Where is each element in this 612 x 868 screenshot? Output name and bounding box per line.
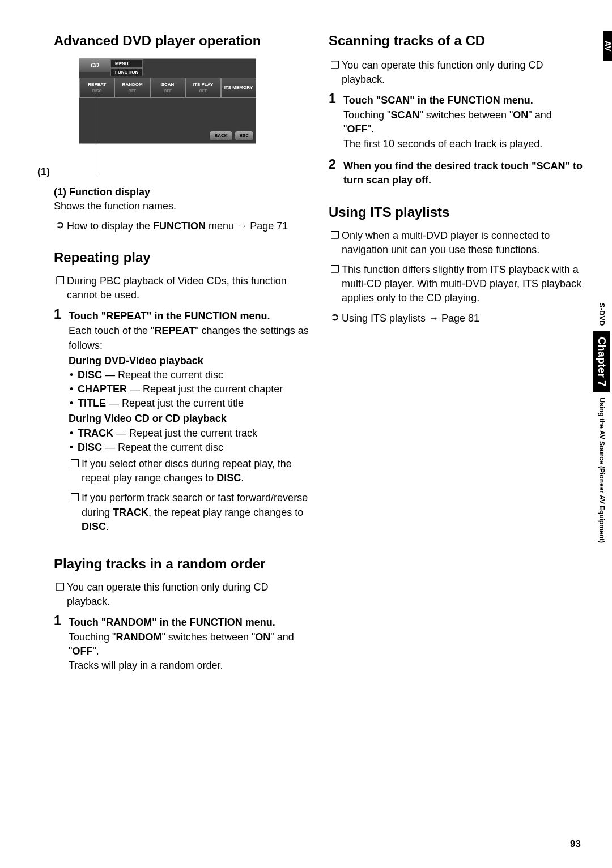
step-1-num: 1 bbox=[54, 614, 69, 673]
step-random-text: Touching "RANDOM" switches between "ON" … bbox=[69, 630, 309, 659]
caption-text: Shows the function names. bbox=[54, 199, 309, 213]
fig-menu: MENU bbox=[110, 59, 143, 68]
step-1-text: Each touch of the "REPEAT" changes the s… bbox=[69, 324, 309, 352]
fig-btn-itsmem: ITS MEMORY bbox=[221, 78, 256, 98]
step-random-text2: Tracks will play in a random order. bbox=[69, 659, 309, 673]
note-icon: ❐ bbox=[70, 457, 82, 485]
callout-1-label: (1) bbox=[37, 165, 50, 179]
note-cdonly: You can operate this function only durin… bbox=[67, 580, 309, 609]
note-otherdisc: If you select other discs during repeat … bbox=[82, 457, 309, 485]
fig-btn-scan: SCANOFF bbox=[150, 78, 185, 98]
bullet-chapter: CHAPTER — Repeat just the current chapte… bbox=[78, 382, 283, 396]
note-icon: ❐ bbox=[330, 58, 342, 87]
step-scan-head: Touch "SCAN" in the FUNCTION menu. bbox=[343, 93, 584, 108]
figure-screenshot: CD MENU FUNCTION REPEATDISC RANDOMOFF SC… bbox=[79, 58, 256, 144]
crossref-icon: ➲ bbox=[56, 219, 67, 233]
caption-head: (1) Function display bbox=[54, 185, 309, 199]
fig-esc: ESC bbox=[235, 131, 254, 140]
fig-btn-random: RANDOMOFF bbox=[114, 78, 150, 98]
callout-line bbox=[96, 93, 96, 174]
note-multidvd: Only when a multi-DVD player is connecte… bbox=[342, 229, 584, 257]
bullet-disc2: DISC — Repeat the current disc bbox=[78, 441, 223, 455]
fig-back: BACK bbox=[209, 131, 232, 140]
heading-its: Using ITS playlists bbox=[329, 203, 584, 222]
note-pbc: During PBC playback of Video CDs, this f… bbox=[67, 274, 309, 302]
note-icon: ❐ bbox=[330, 263, 342, 306]
page-number: 93 bbox=[570, 837, 581, 851]
note-icon: ❐ bbox=[330, 229, 342, 257]
subhead-dvd: During DVD-Video playback bbox=[69, 354, 309, 368]
step-1-num: 1 bbox=[54, 308, 69, 540]
note-tracksearch: If you perform track search or fast forw… bbox=[82, 491, 309, 534]
sidebar: AV S-DVD Chapter 7 Using the AV Source (… bbox=[597, 31, 612, 779]
step-2-num: 2 bbox=[329, 158, 343, 188]
step-1-head: Touch "REPEAT" in the FUNCTION menu. bbox=[69, 309, 309, 323]
heading-repeating: Repeating play bbox=[54, 248, 309, 267]
fig-btn-itsplay: ITS PLAYOFF bbox=[185, 78, 220, 98]
subhead-vcd: During Video CD or CD playback bbox=[69, 412, 309, 426]
step-scan-text: Touching "SCAN" switches between "ON" an… bbox=[343, 108, 584, 136]
fig-function: FUNCTION bbox=[110, 68, 143, 76]
bullet-track: TRACK — Repeat just the current track bbox=[78, 426, 257, 441]
fig-cd-label: CD bbox=[79, 59, 110, 72]
side-text: S-DVD Chapter 7 Using the AV Source (Pio… bbox=[593, 303, 610, 543]
heading-random: Playing tracks in a random order bbox=[54, 554, 309, 574]
note-cdonly2: You can operate this function only durin… bbox=[342, 58, 584, 87]
step-random-head: Touch "RANDOM" in the FUNCTION menu. bbox=[69, 615, 309, 630]
crossref-text: How to display the FUNCTION menu → Page … bbox=[67, 219, 309, 233]
note-icon: ❐ bbox=[56, 274, 67, 302]
fig-btn-repeat: REPEATDISC bbox=[79, 78, 114, 98]
heading-scanning: Scanning tracks of a CD bbox=[329, 31, 584, 50]
bullet-title: TITLE — Repeat just the current title bbox=[78, 396, 244, 411]
tab-av: AV bbox=[603, 31, 612, 61]
crossref-its: Using ITS playlists → Page 81 bbox=[342, 311, 584, 326]
bullet-disc: DISC — Repeat the current disc bbox=[78, 368, 223, 382]
step-1-num: 1 bbox=[329, 92, 343, 151]
note-itsdiff: This function differs slightly from ITS … bbox=[342, 263, 584, 306]
note-icon: ❐ bbox=[70, 491, 82, 534]
heading-advanced: Advanced DVD player operation bbox=[54, 31, 309, 50]
step-scan-text2: The first 10 seconds of each track is pl… bbox=[343, 137, 584, 151]
step-scanoff-head: When you find the desired track touch "S… bbox=[343, 159, 584, 187]
crossref-icon: ➲ bbox=[330, 311, 342, 326]
note-icon: ❐ bbox=[56, 580, 67, 609]
